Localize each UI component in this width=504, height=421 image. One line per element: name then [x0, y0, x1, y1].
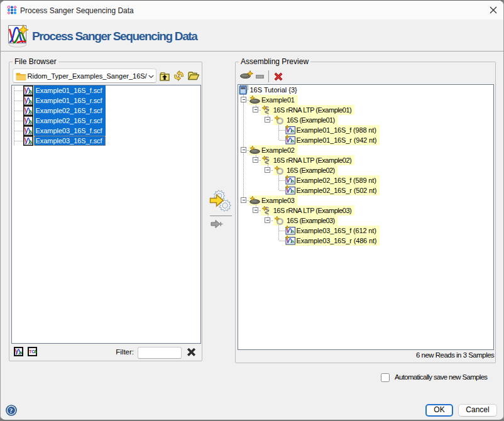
svg-text:?: ?: [9, 407, 13, 414]
svg-text:A: A: [34, 349, 37, 354]
